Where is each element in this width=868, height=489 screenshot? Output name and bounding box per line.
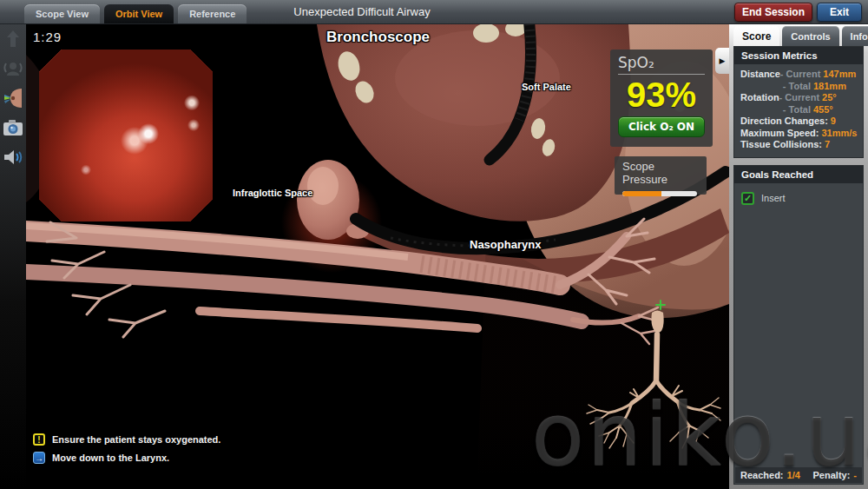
tab-orbit-view[interactable]: Orbit View xyxy=(104,4,174,23)
orbit-view-scene[interactable]: 1:29 Bronchoscope Soft Palate Infraglott… xyxy=(26,24,729,489)
guidance-message: → Move down to the Larynx. xyxy=(33,452,169,464)
tab-info[interactable]: Info xyxy=(842,26,868,46)
chevron-right-icon: ▶ xyxy=(720,56,726,65)
metric-row-distance-total: - Total 181mm xyxy=(740,81,857,93)
left-toolbar xyxy=(0,24,26,489)
view-tabs: Scope View Orbit View Reference xyxy=(24,4,247,23)
checkmark-icon: ✓ xyxy=(741,192,754,205)
metric-row-distance-current: Distance - Current 147mm xyxy=(740,69,857,81)
exit-button[interactable]: Exit xyxy=(817,3,862,22)
metric-row-rotation-total: - Total 455° xyxy=(740,104,857,116)
rotate-patient-icon[interactable] xyxy=(0,54,26,83)
score-panel: Session Metrics Distance - Current 147mm… xyxy=(733,46,864,485)
session-timer: 1:29 xyxy=(33,30,62,44)
sidebar-collapse-button[interactable]: ▶ xyxy=(715,48,729,74)
session-metrics-panel: Session Metrics Distance - Current 147mm… xyxy=(733,46,864,158)
session-title: Unexpected Difficult Airway xyxy=(293,5,430,18)
snapshot-icon[interactable] xyxy=(0,113,26,142)
spo2-value: 93% xyxy=(618,75,705,115)
scope-pressure-title: Scope Pressure xyxy=(622,160,699,186)
spo2-panel: SpO₂ 93% Click O₂ ON xyxy=(610,50,713,147)
goals-reached-header: Goals Reached xyxy=(734,166,863,183)
session-metrics-header: Session Metrics xyxy=(734,47,863,64)
scope-pressure-fill xyxy=(622,191,661,196)
tab-score[interactable]: Score xyxy=(733,26,779,46)
message-text: Ensure the patient stays oxygenated. xyxy=(52,434,220,445)
arrow-right-icon: → xyxy=(33,452,45,464)
oxygen-on-button[interactable]: Click O₂ ON xyxy=(618,116,705,137)
top-bar: Scope View Orbit View Reference Unexpect… xyxy=(0,0,868,24)
penalty-value: - xyxy=(853,470,857,480)
label-soft-palate: Soft Palate xyxy=(522,82,571,92)
audio-icon[interactable] xyxy=(0,142,26,172)
label-infraglottic-space: Infraglottic Space xyxy=(233,188,312,198)
metric-row-rotation-current: Rotation - Current 25° xyxy=(740,92,857,104)
metric-row-tissue-collisions: Tissue Collisions: 7 xyxy=(740,139,857,151)
simulator-window: Scope View Orbit View Reference Unexpect… xyxy=(0,0,868,489)
spo2-title: SpO₂ xyxy=(618,54,705,75)
scope-pressure-bar xyxy=(622,191,697,196)
metric-row-maximum-speed: Maximum Speed: 31mm/s xyxy=(740,128,857,140)
reached-label: Reached: xyxy=(740,470,784,480)
breath-icon[interactable] xyxy=(0,83,26,113)
scope-pressure-panel: Scope Pressure xyxy=(615,156,707,195)
end-session-button[interactable]: End Session xyxy=(734,3,812,22)
tab-scope-view[interactable]: Scope View xyxy=(24,4,100,23)
score-sidebar: Score Controls Info Session Metrics Dist… xyxy=(729,24,868,489)
session-metrics-body: Distance - Current 147mm - Total 181mm R… xyxy=(734,64,863,157)
tab-reference[interactable]: Reference xyxy=(178,4,247,23)
scope-camera-inset xyxy=(39,50,213,221)
goal-label: Insert xyxy=(761,193,786,203)
goals-reached-panel: Goals Reached ✓ Insert Reached: 1/4 Pena… xyxy=(733,165,864,486)
tab-controls[interactable]: Controls xyxy=(782,26,838,46)
goal-item-insert: ✓ Insert xyxy=(741,192,856,205)
label-bronchoscope: Bronchoscope xyxy=(326,29,430,46)
warning-icon: ! xyxy=(33,433,45,446)
penalty-label: Penalty: xyxy=(813,470,851,480)
sidebar-tabs: Score Controls Info xyxy=(733,26,868,46)
goals-list: ✓ Insert xyxy=(734,183,863,468)
score-footer: Reached: 1/4 Penalty: - xyxy=(735,467,862,483)
reached-value: 1/4 xyxy=(787,470,800,480)
retract-icon[interactable] xyxy=(0,24,26,54)
guidance-message: ! Ensure the patient stays oxygenated. xyxy=(33,433,220,446)
label-nasopharynx: Nasopharynx xyxy=(470,238,541,251)
message-text: Move down to the Larynx. xyxy=(52,453,169,463)
metric-row-direction-changes: Direction Changes: 9 xyxy=(740,116,857,128)
